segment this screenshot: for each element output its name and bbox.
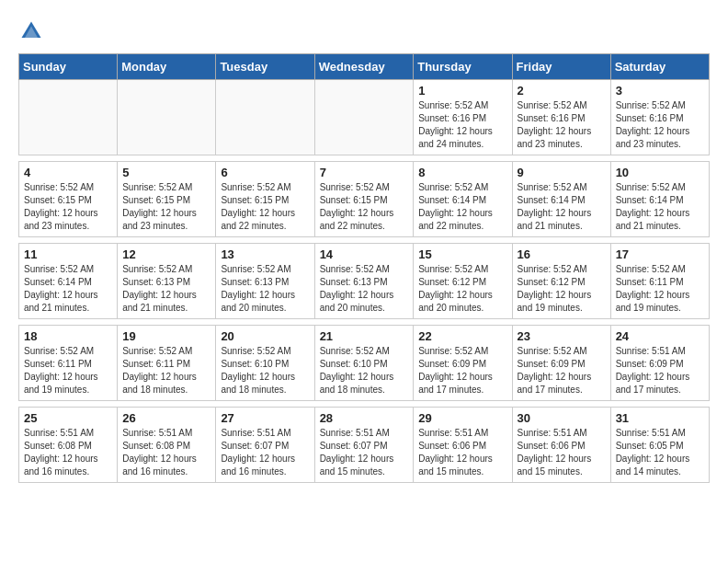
day-cell: 30Sunrise: 5:51 AM Sunset: 6:06 PM Dayli… [512, 408, 610, 483]
day-info: Sunrise: 5:51 AM Sunset: 6:06 PM Dayligh… [518, 427, 606, 478]
week-row-2: 4Sunrise: 5:52 AM Sunset: 6:15 PM Daylig… [19, 162, 710, 237]
day-cell [118, 80, 216, 155]
day-info: Sunrise: 5:52 AM Sunset: 6:12 PM Dayligh… [418, 263, 506, 315]
header-tuesday: Tuesday [216, 54, 314, 80]
day-cell: 23Sunrise: 5:52 AM Sunset: 6:09 PM Dayli… [512, 326, 610, 401]
header-thursday: Thursday [414, 54, 512, 80]
day-number: 31 [616, 411, 704, 425]
day-cell: 6Sunrise: 5:52 AM Sunset: 6:15 PM Daylig… [216, 162, 314, 237]
day-cell: 25Sunrise: 5:51 AM Sunset: 6:08 PM Dayli… [19, 408, 118, 483]
day-info: Sunrise: 5:52 AM Sunset: 6:15 PM Dayligh… [122, 181, 210, 233]
header-wednesday: Wednesday [314, 54, 414, 80]
day-info: Sunrise: 5:52 AM Sunset: 6:09 PM Dayligh… [418, 345, 506, 396]
day-info: Sunrise: 5:51 AM Sunset: 6:05 PM Dayligh… [616, 427, 704, 478]
week-row-4: 18Sunrise: 5:52 AM Sunset: 6:11 PM Dayli… [19, 326, 710, 401]
day-info: Sunrise: 5:52 AM Sunset: 6:14 PM Dayligh… [24, 263, 112, 315]
day-cell [19, 80, 118, 155]
logo-icon [18, 18, 44, 44]
day-number: 12 [122, 247, 210, 261]
day-info: Sunrise: 5:52 AM Sunset: 6:11 PM Dayligh… [616, 263, 704, 315]
day-info: Sunrise: 5:52 AM Sunset: 6:16 PM Dayligh… [418, 99, 506, 151]
day-info: Sunrise: 5:52 AM Sunset: 6:14 PM Dayligh… [616, 181, 704, 233]
day-info: Sunrise: 5:51 AM Sunset: 6:06 PM Dayligh… [418, 427, 506, 478]
day-cell: 20Sunrise: 5:52 AM Sunset: 6:10 PM Dayli… [216, 326, 314, 401]
page-header [18, 18, 710, 44]
day-cell: 24Sunrise: 5:51 AM Sunset: 6:09 PM Dayli… [610, 326, 709, 401]
day-number: 23 [518, 329, 606, 343]
day-cell: 14Sunrise: 5:52 AM Sunset: 6:13 PM Dayli… [314, 244, 414, 319]
day-number: 27 [221, 411, 309, 425]
spacer-row [19, 237, 710, 244]
day-number: 16 [518, 247, 606, 261]
day-cell [216, 80, 314, 155]
day-number: 5 [122, 166, 210, 179]
day-cell: 13Sunrise: 5:52 AM Sunset: 6:13 PM Dayli… [216, 244, 314, 319]
day-cell: 21Sunrise: 5:52 AM Sunset: 6:10 PM Dayli… [314, 326, 414, 401]
calendar-table: SundayMondayTuesdayWednesdayThursdayFrid… [18, 53, 710, 483]
day-cell: 22Sunrise: 5:52 AM Sunset: 6:09 PM Dayli… [414, 326, 512, 401]
day-info: Sunrise: 5:52 AM Sunset: 6:15 PM Dayligh… [320, 181, 409, 233]
day-info: Sunrise: 5:52 AM Sunset: 6:12 PM Dayligh… [518, 263, 606, 315]
spacer-row [19, 155, 710, 162]
day-number: 30 [518, 411, 606, 425]
day-number: 28 [320, 411, 409, 425]
week-row-3: 11Sunrise: 5:52 AM Sunset: 6:14 PM Dayli… [19, 244, 710, 319]
day-cell: 15Sunrise: 5:52 AM Sunset: 6:12 PM Dayli… [414, 244, 512, 319]
day-cell: 4Sunrise: 5:52 AM Sunset: 6:15 PM Daylig… [19, 162, 118, 237]
day-info: Sunrise: 5:52 AM Sunset: 6:15 PM Dayligh… [24, 181, 112, 233]
day-number: 1 [418, 84, 506, 98]
day-number: 24 [616, 329, 704, 343]
day-number: 29 [418, 411, 506, 425]
day-cell: 28Sunrise: 5:51 AM Sunset: 6:07 PM Dayli… [314, 408, 414, 483]
day-cell: 18Sunrise: 5:52 AM Sunset: 6:11 PM Dayli… [19, 326, 118, 401]
day-info: Sunrise: 5:52 AM Sunset: 6:15 PM Dayligh… [221, 181, 309, 233]
day-number: 11 [24, 247, 112, 261]
day-cell: 2Sunrise: 5:52 AM Sunset: 6:16 PM Daylig… [512, 80, 610, 155]
day-cell: 26Sunrise: 5:51 AM Sunset: 6:08 PM Dayli… [118, 408, 216, 483]
day-number: 6 [221, 166, 309, 179]
day-number: 19 [122, 329, 210, 343]
day-info: Sunrise: 5:51 AM Sunset: 6:08 PM Dayligh… [122, 427, 210, 478]
day-cell: 29Sunrise: 5:51 AM Sunset: 6:06 PM Dayli… [414, 408, 512, 483]
day-info: Sunrise: 5:52 AM Sunset: 6:11 PM Dayligh… [122, 345, 210, 396]
day-number: 22 [418, 329, 506, 343]
logo [18, 18, 48, 44]
day-cell: 27Sunrise: 5:51 AM Sunset: 6:07 PM Dayli… [216, 408, 314, 483]
day-number: 15 [418, 247, 506, 261]
header-friday: Friday [512, 54, 610, 80]
day-number: 2 [518, 84, 606, 98]
day-info: Sunrise: 5:52 AM Sunset: 6:10 PM Dayligh… [320, 345, 409, 396]
day-number: 7 [320, 166, 409, 179]
day-info: Sunrise: 5:51 AM Sunset: 6:07 PM Dayligh… [221, 427, 309, 478]
day-number: 13 [221, 247, 309, 261]
day-info: Sunrise: 5:51 AM Sunset: 6:09 PM Dayligh… [616, 345, 704, 396]
day-cell: 9Sunrise: 5:52 AM Sunset: 6:14 PM Daylig… [512, 162, 610, 237]
day-cell: 19Sunrise: 5:52 AM Sunset: 6:11 PM Dayli… [118, 326, 216, 401]
day-info: Sunrise: 5:52 AM Sunset: 6:09 PM Dayligh… [518, 345, 606, 396]
day-number: 18 [24, 329, 112, 343]
day-cell: 8Sunrise: 5:52 AM Sunset: 6:14 PM Daylig… [414, 162, 512, 237]
day-cell: 7Sunrise: 5:52 AM Sunset: 6:15 PM Daylig… [314, 162, 414, 237]
day-number: 3 [616, 84, 704, 98]
day-info: Sunrise: 5:52 AM Sunset: 6:13 PM Dayligh… [320, 263, 409, 315]
day-cell: 11Sunrise: 5:52 AM Sunset: 6:14 PM Dayli… [19, 244, 118, 319]
day-info: Sunrise: 5:52 AM Sunset: 6:14 PM Dayligh… [418, 181, 506, 233]
day-number: 9 [518, 166, 606, 179]
day-cell [314, 80, 414, 155]
day-info: Sunrise: 5:52 AM Sunset: 6:13 PM Dayligh… [221, 263, 309, 315]
day-number: 4 [24, 166, 112, 179]
day-cell: 12Sunrise: 5:52 AM Sunset: 6:13 PM Dayli… [118, 244, 216, 319]
day-info: Sunrise: 5:52 AM Sunset: 6:16 PM Dayligh… [616, 99, 704, 151]
day-info: Sunrise: 5:51 AM Sunset: 6:07 PM Dayligh… [320, 427, 409, 478]
day-cell: 3Sunrise: 5:52 AM Sunset: 6:16 PM Daylig… [610, 80, 709, 155]
day-info: Sunrise: 5:52 AM Sunset: 6:10 PM Dayligh… [221, 345, 309, 396]
day-cell: 5Sunrise: 5:52 AM Sunset: 6:15 PM Daylig… [118, 162, 216, 237]
day-number: 17 [616, 247, 704, 261]
day-info: Sunrise: 5:52 AM Sunset: 6:16 PM Dayligh… [518, 99, 606, 151]
day-cell: 16Sunrise: 5:52 AM Sunset: 6:12 PM Dayli… [512, 244, 610, 319]
day-cell: 31Sunrise: 5:51 AM Sunset: 6:05 PM Dayli… [610, 408, 709, 483]
day-number: 14 [320, 247, 409, 261]
day-cell: 17Sunrise: 5:52 AM Sunset: 6:11 PM Dayli… [610, 244, 709, 319]
day-info: Sunrise: 5:52 AM Sunset: 6:14 PM Dayligh… [518, 181, 606, 233]
header-sunday: Sunday [19, 54, 118, 80]
